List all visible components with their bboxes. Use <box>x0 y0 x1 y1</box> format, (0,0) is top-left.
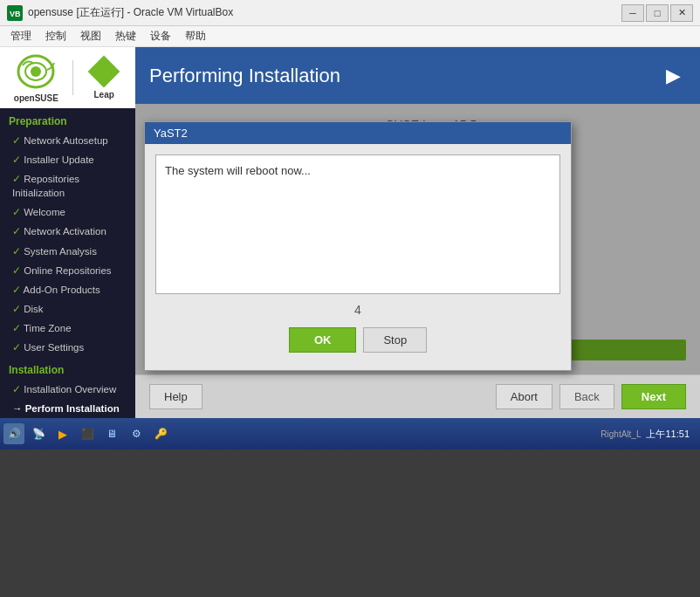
taskbar-icons: 🔊 📡 ▶ ⬛ 🖥 ⚙ 🔑 <box>3 423 171 444</box>
dialog-text-area: The system will reboot now... <box>155 154 560 294</box>
taskbar-right: RightAlt_L 上午11:51 <box>600 428 697 441</box>
bottom-bar: Help Abort Back Next <box>135 374 700 418</box>
maximize-button[interactable]: □ <box>646 4 669 22</box>
sidebar-item-system-analysis[interactable]: System Analysis <box>0 242 135 261</box>
minimize-button[interactable]: ─ <box>621 4 644 22</box>
sidebar-item-repositories[interactable]: Repositories Initialization <box>0 169 135 202</box>
menu-view[interactable]: 视图 <box>73 27 108 45</box>
sidebar-item-network-autosetup[interactable]: Network Autosetup <box>0 131 135 150</box>
dialog-message: The system will reboot now... <box>165 164 311 177</box>
opensuse-logo: openSUSE <box>14 52 58 103</box>
window-controls: ─ □ ✕ <box>621 4 693 22</box>
app-icon: VB <box>7 5 23 21</box>
menu-control[interactable]: 控制 <box>38 27 73 45</box>
sidebar-item-online-repos[interactable]: Online Repositories <box>0 261 135 280</box>
sidebar-item-network-activation[interactable]: Network Activation <box>0 222 135 241</box>
taskbar-icon-2[interactable]: 📡 <box>28 423 49 444</box>
menu-manage[interactable]: 管理 <box>3 27 38 45</box>
ok-button[interactable]: OK <box>289 327 357 353</box>
sidebar-item-disk[interactable]: Disk <box>0 299 135 319</box>
sidebar-item-installer-update[interactable]: Installer Update <box>0 150 135 169</box>
sidebar-item-addon[interactable]: Add-On Products <box>0 280 135 299</box>
taskbar-label: RightAlt_L <box>600 429 641 439</box>
header-bar: Performing Installation ▶ <box>135 47 700 104</box>
dialog-title: YaST2 <box>154 127 188 140</box>
back-button[interactable]: Back <box>559 384 614 409</box>
main-content: Performing Installation ▶ openSUSE Leap … <box>135 47 700 418</box>
taskbar-icon-4[interactable]: ⬛ <box>77 423 98 444</box>
sidebar-item-welcome[interactable]: Welcome <box>0 202 135 222</box>
dialog-counter: 4 <box>155 303 560 317</box>
taskbar-icon-7[interactable]: 🔑 <box>150 423 171 444</box>
taskbar-icon-5[interactable]: 🖥 <box>101 423 122 444</box>
menu-hotkey[interactable]: 热键 <box>108 27 143 45</box>
yast-content: openSUSE Leap Preparation Network Autose… <box>0 47 700 418</box>
dialog: YaST2 The system will reboot now... 4 OK… <box>144 121 572 371</box>
svg-text:VB: VB <box>10 10 21 18</box>
stop-button[interactable]: Stop <box>363 327 427 353</box>
taskbar-icon-1[interactable]: 🔊 <box>3 423 24 444</box>
sidebar: openSUSE Leap Preparation Network Autose… <box>0 47 135 418</box>
sidebar-logo: openSUSE Leap <box>0 47 135 108</box>
svg-point-4 <box>31 66 41 77</box>
window-title: opensuse [正在运行] - Oracle VM VirtualBox <box>28 5 621 20</box>
taskbar-icon-3[interactable]: ▶ <box>52 423 73 444</box>
sidebar-item-user-settings[interactable]: User Settings <box>0 338 135 357</box>
dialog-titlebar: YaST2 <box>145 122 571 144</box>
menubar: 管理 控制 视图 热键 设备 帮助 <box>0 26 700 47</box>
close-button[interactable]: ✕ <box>670 4 693 22</box>
dialog-overlay: YaST2 The system will reboot now... 4 OK… <box>135 104 700 374</box>
menu-devices[interactable]: 设备 <box>143 27 178 45</box>
next-button[interactable]: Next <box>621 384 686 409</box>
help-button[interactable]: Help <box>149 384 202 409</box>
content-area: openSUSE Leap 15.5 YaST2 The system will… <box>135 104 700 374</box>
sidebar-item-perform-installation[interactable]: Perform Installation <box>0 399 135 418</box>
sidebar-item-timezone[interactable]: Time Zone <box>0 319 135 338</box>
dialog-body: The system will reboot now... 4 OK Stop <box>145 144 571 370</box>
sidebar-item-installation-overview[interactable]: Installation Overview <box>0 380 135 399</box>
sidebar-installation-label: Installation <box>0 357 135 380</box>
abort-button[interactable]: Abort <box>496 384 552 409</box>
page-title: Performing Installation <box>149 65 660 87</box>
dialog-buttons: OK Stop <box>155 327 560 353</box>
menu-help[interactable]: 帮助 <box>178 27 213 45</box>
leap-logo: Leap <box>86 57 121 100</box>
header-icon: ▶ <box>660 63 686 89</box>
taskbar-icon-6[interactable]: ⚙ <box>126 423 147 444</box>
taskbar: 🔊 📡 ▶ ⬛ 🖥 ⚙ 🔑 RightAlt_L 上午11:51 <box>0 418 700 449</box>
titlebar: VB opensuse [正在运行] - Oracle VM VirtualBo… <box>0 0 700 26</box>
taskbar-time: 上午11:51 <box>646 428 690 441</box>
sidebar-preparation-label: Preparation <box>0 108 135 131</box>
